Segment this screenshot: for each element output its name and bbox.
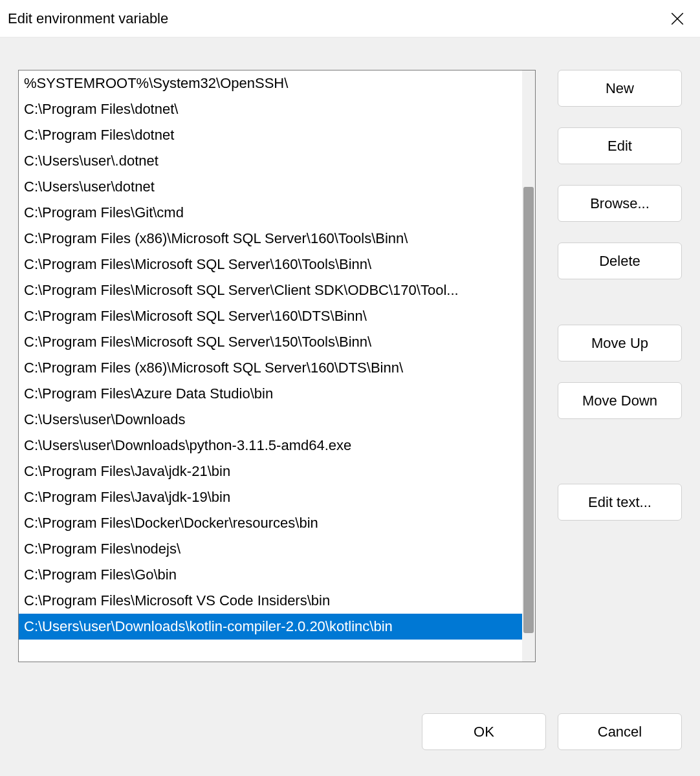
close-icon bbox=[671, 12, 684, 25]
list-item[interactable]: C:\Program Files\Microsoft SQL Server\16… bbox=[19, 303, 522, 329]
edit-button[interactable]: Edit bbox=[558, 127, 682, 164]
list-item[interactable]: C:\Program Files (x86)\Microsoft SQL Ser… bbox=[19, 226, 522, 252]
list-item[interactable]: C:\Program Files\Microsoft SQL Server\15… bbox=[19, 329, 522, 355]
list-item[interactable]: C:\Users\user\Downloads\kotlin-compiler-… bbox=[19, 614, 522, 640]
list-item[interactable]: C:\Program Files\Microsoft SQL Server\Cl… bbox=[19, 277, 522, 303]
browse-button[interactable]: Browse... bbox=[558, 185, 682, 222]
list-item[interactable]: C:\Program Files\Microsoft VS Code Insid… bbox=[19, 588, 522, 614]
ok-button[interactable]: OK bbox=[422, 713, 546, 750]
list-item[interactable]: C:\Program Files\Java\jdk-19\bin bbox=[19, 484, 522, 510]
list-item[interactable]: C:\Program Files\Go\bin bbox=[19, 562, 522, 588]
path-listbox[interactable]: %SYSTEMROOT%\System32\OpenSSH\C:\Program… bbox=[19, 70, 522, 662]
content-area: %SYSTEMROOT%\System32\OpenSSH\C:\Program… bbox=[0, 38, 700, 713]
titlebar: Edit environment variable bbox=[0, 0, 700, 38]
list-item[interactable]: C:\Program Files\Azure Data Studio\bin bbox=[19, 381, 522, 407]
list-item[interactable]: %SYSTEMROOT%\System32\OpenSSH\ bbox=[19, 70, 522, 96]
move-up-button[interactable]: Move Up bbox=[558, 325, 682, 361]
list-item[interactable]: C:\Program Files\dotnet bbox=[19, 122, 522, 148]
list-item[interactable]: C:\Users\user\Downloads\python-3.11.5-am… bbox=[19, 433, 522, 458]
list-item[interactable]: C:\Users\user\Downloads bbox=[19, 407, 522, 433]
path-listbox-container: %SYSTEMROOT%\System32\OpenSSH\C:\Program… bbox=[18, 70, 536, 662]
list-item[interactable]: C:\Program Files\Git\cmd bbox=[19, 200, 522, 226]
list-item[interactable]: C:\Program Files\Java\jdk-21\bin bbox=[19, 458, 522, 484]
sidebar-buttons: New Edit Browse... Delete Move Up Move D… bbox=[558, 70, 682, 694]
list-item[interactable]: C:\Program Files\dotnet\ bbox=[19, 96, 522, 122]
scrollbar[interactable] bbox=[522, 70, 535, 662]
footer: OK Cancel bbox=[0, 713, 700, 776]
edit-env-variable-dialog: Edit environment variable %SYSTEMROOT%\S… bbox=[0, 0, 700, 776]
edit-text-button[interactable]: Edit text... bbox=[558, 484, 682, 521]
list-item[interactable]: C:\Program Files (x86)\Microsoft SQL Ser… bbox=[19, 355, 522, 381]
delete-button[interactable]: Delete bbox=[558, 242, 682, 279]
move-down-button[interactable]: Move Down bbox=[558, 382, 682, 419]
list-item[interactable]: C:\Program Files\nodejs\ bbox=[19, 536, 522, 562]
scrollbar-thumb[interactable] bbox=[523, 187, 534, 633]
cancel-button[interactable]: Cancel bbox=[558, 713, 682, 750]
list-item[interactable]: C:\Program Files\Docker\Docker\resources… bbox=[19, 510, 522, 536]
new-button[interactable]: New bbox=[558, 70, 682, 107]
list-item[interactable]: C:\Users\user\dotnet bbox=[19, 174, 522, 200]
close-button[interactable] bbox=[662, 4, 692, 34]
dialog-title: Edit environment variable bbox=[8, 10, 168, 27]
list-item[interactable]: C:\Users\user\.dotnet bbox=[19, 148, 522, 174]
list-item[interactable]: C:\Program Files\Microsoft SQL Server\16… bbox=[19, 252, 522, 277]
